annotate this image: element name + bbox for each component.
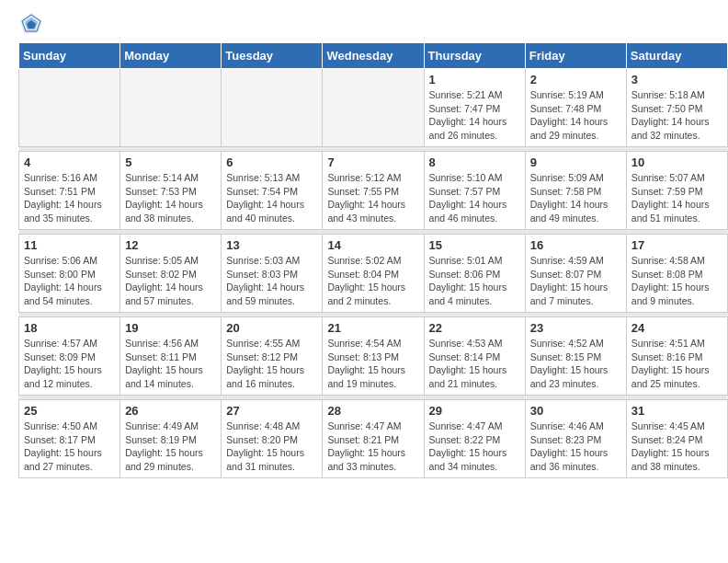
day-number: 29 [429, 404, 520, 418]
calendar-cell: 28Sunrise: 4:47 AMSunset: 8:21 PMDayligh… [323, 400, 424, 478]
day-info: Sunrise: 4:57 AMSunset: 8:09 PMDaylight:… [24, 337, 115, 391]
weekday-sunday: Sunday [19, 43, 120, 69]
day-number: 25 [24, 404, 115, 418]
calendar-cell: 20Sunrise: 4:55 AMSunset: 8:12 PMDayligh… [222, 317, 323, 396]
day-number: 27 [226, 404, 317, 418]
calendar-cell: 2Sunrise: 5:19 AMSunset: 7:48 PMDaylight… [525, 69, 626, 147]
calendar-cell [222, 69, 323, 147]
day-number: 20 [226, 321, 317, 335]
day-number: 7 [327, 155, 418, 169]
calendar-table: SundayMondayTuesdayWednesdayThursdayFrid… [18, 42, 728, 478]
day-info: Sunrise: 4:47 AMSunset: 8:22 PMDaylight:… [429, 419, 520, 474]
calendar-cell: 29Sunrise: 4:47 AMSunset: 8:22 PMDayligh… [424, 400, 525, 478]
day-number: 18 [24, 321, 115, 335]
calendar-cell: 21Sunrise: 4:54 AMSunset: 8:13 PMDayligh… [323, 317, 424, 396]
day-number: 6 [226, 155, 317, 169]
calendar-cell: 7Sunrise: 5:12 AMSunset: 7:55 PMDaylight… [323, 152, 424, 230]
day-info: Sunrise: 5:09 AMSunset: 7:58 PMDaylight:… [530, 171, 621, 225]
day-info: Sunrise: 5:12 AMSunset: 7:55 PMDaylight:… [327, 171, 418, 225]
day-info: Sunrise: 5:16 AMSunset: 7:51 PMDaylight:… [24, 171, 115, 225]
day-info: Sunrise: 4:48 AMSunset: 8:20 PMDaylight:… [226, 419, 317, 474]
day-info: Sunrise: 5:06 AMSunset: 8:00 PMDaylight:… [24, 254, 115, 308]
page-header [0, 0, 728, 42]
calendar-cell: 14Sunrise: 5:02 AMSunset: 8:04 PMDayligh… [323, 235, 424, 313]
day-number: 5 [125, 155, 216, 169]
calendar-week-1: 1Sunrise: 5:21 AMSunset: 7:47 PMDaylight… [19, 69, 728, 147]
calendar-cell: 1Sunrise: 5:21 AMSunset: 7:47 PMDaylight… [424, 69, 525, 147]
day-info: Sunrise: 4:59 AMSunset: 8:07 PMDaylight:… [530, 254, 621, 308]
day-number: 22 [429, 321, 520, 335]
calendar-cell [120, 69, 222, 147]
day-number: 19 [125, 321, 216, 335]
day-info: Sunrise: 5:19 AMSunset: 7:48 PMDaylight:… [530, 88, 621, 143]
day-info: Sunrise: 5:14 AMSunset: 7:53 PMDaylight:… [125, 171, 216, 225]
day-number: 16 [530, 238, 621, 252]
calendar-cell [19, 69, 120, 147]
calendar-cell: 12Sunrise: 5:05 AMSunset: 8:02 PMDayligh… [120, 235, 222, 313]
calendar-cell: 31Sunrise: 4:45 AMSunset: 8:24 PMDayligh… [626, 400, 727, 478]
calendar-wrapper: SundayMondayTuesdayWednesdayThursdayFrid… [0, 42, 728, 488]
day-number: 8 [429, 155, 520, 169]
day-info: Sunrise: 5:03 AMSunset: 8:03 PMDaylight:… [226, 254, 317, 308]
day-number: 23 [530, 321, 621, 335]
calendar-cell: 5Sunrise: 5:14 AMSunset: 7:53 PMDaylight… [120, 152, 222, 230]
calendar-cell: 22Sunrise: 4:53 AMSunset: 8:14 PMDayligh… [424, 317, 525, 396]
day-number: 15 [429, 238, 520, 252]
day-info: Sunrise: 4:52 AMSunset: 8:15 PMDaylight:… [530, 337, 621, 391]
logo [18, 11, 48, 37]
day-number: 1 [429, 73, 520, 86]
day-info: Sunrise: 5:05 AMSunset: 8:02 PMDaylight:… [125, 254, 216, 308]
calendar-cell: 24Sunrise: 4:51 AMSunset: 8:16 PMDayligh… [626, 317, 727, 396]
day-number: 4 [24, 155, 115, 169]
day-info: Sunrise: 5:10 AMSunset: 7:57 PMDaylight:… [429, 171, 520, 225]
weekday-thursday: Thursday [424, 43, 525, 69]
day-info: Sunrise: 4:46 AMSunset: 8:23 PMDaylight:… [530, 419, 621, 474]
day-number: 28 [327, 404, 418, 418]
calendar-cell: 13Sunrise: 5:03 AMSunset: 8:03 PMDayligh… [222, 235, 323, 313]
weekday-friday: Friday [525, 43, 626, 69]
day-number: 12 [125, 238, 216, 252]
day-info: Sunrise: 4:45 AMSunset: 8:24 PMDaylight:… [631, 419, 722, 474]
calendar-cell: 11Sunrise: 5:06 AMSunset: 8:00 PMDayligh… [19, 235, 120, 313]
calendar-week-4: 18Sunrise: 4:57 AMSunset: 8:09 PMDayligh… [19, 317, 728, 396]
day-info: Sunrise: 4:56 AMSunset: 8:11 PMDaylight:… [125, 337, 216, 391]
logo-icon [18, 11, 44, 37]
calendar-week-5: 25Sunrise: 4:50 AMSunset: 8:17 PMDayligh… [19, 400, 728, 478]
day-info: Sunrise: 5:02 AMSunset: 8:04 PMDaylight:… [327, 254, 418, 308]
calendar-week-2: 4Sunrise: 5:16 AMSunset: 7:51 PMDaylight… [19, 152, 728, 230]
day-info: Sunrise: 4:49 AMSunset: 8:19 PMDaylight:… [125, 419, 216, 474]
day-info: Sunrise: 4:55 AMSunset: 8:12 PMDaylight:… [226, 337, 317, 391]
day-number: 31 [631, 404, 722, 418]
day-number: 24 [631, 321, 722, 335]
day-number: 2 [530, 73, 621, 86]
calendar-cell: 27Sunrise: 4:48 AMSunset: 8:20 PMDayligh… [222, 400, 323, 478]
calendar-cell: 17Sunrise: 4:58 AMSunset: 8:08 PMDayligh… [626, 235, 727, 313]
calendar-cell [323, 69, 424, 147]
weekday-saturday: Saturday [626, 43, 727, 69]
calendar-cell: 3Sunrise: 5:18 AMSunset: 7:50 PMDaylight… [626, 69, 727, 147]
calendar-cell: 6Sunrise: 5:13 AMSunset: 7:54 PMDaylight… [222, 152, 323, 230]
day-number: 30 [530, 404, 621, 418]
day-number: 13 [226, 238, 317, 252]
day-number: 26 [125, 404, 216, 418]
calendar-cell: 19Sunrise: 4:56 AMSunset: 8:11 PMDayligh… [120, 317, 222, 396]
calendar-cell: 30Sunrise: 4:46 AMSunset: 8:23 PMDayligh… [525, 400, 626, 478]
weekday-monday: Monday [120, 43, 222, 69]
calendar-cell: 10Sunrise: 5:07 AMSunset: 7:59 PMDayligh… [626, 152, 727, 230]
day-number: 11 [24, 238, 115, 252]
calendar-cell: 8Sunrise: 5:10 AMSunset: 7:57 PMDaylight… [424, 152, 525, 230]
day-info: Sunrise: 5:07 AMSunset: 7:59 PMDaylight:… [631, 171, 722, 225]
weekday-wednesday: Wednesday [323, 43, 424, 69]
calendar-cell: 4Sunrise: 5:16 AMSunset: 7:51 PMDaylight… [19, 152, 120, 230]
weekday-header-row: SundayMondayTuesdayWednesdayThursdayFrid… [19, 43, 728, 69]
calendar-week-3: 11Sunrise: 5:06 AMSunset: 8:00 PMDayligh… [19, 235, 728, 313]
day-info: Sunrise: 4:50 AMSunset: 8:17 PMDaylight:… [24, 419, 115, 474]
day-info: Sunrise: 4:51 AMSunset: 8:16 PMDaylight:… [631, 337, 722, 391]
calendar-cell: 26Sunrise: 4:49 AMSunset: 8:19 PMDayligh… [120, 400, 222, 478]
day-number: 17 [631, 238, 722, 252]
calendar-cell: 18Sunrise: 4:57 AMSunset: 8:09 PMDayligh… [19, 317, 120, 396]
day-number: 14 [327, 238, 418, 252]
day-number: 3 [631, 73, 722, 86]
day-info: Sunrise: 4:54 AMSunset: 8:13 PMDaylight:… [327, 337, 418, 391]
day-info: Sunrise: 4:58 AMSunset: 8:08 PMDaylight:… [631, 254, 722, 308]
